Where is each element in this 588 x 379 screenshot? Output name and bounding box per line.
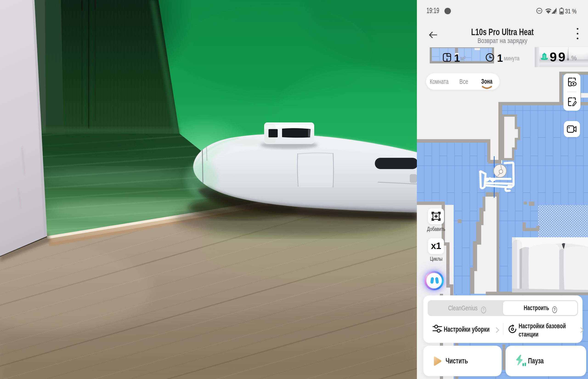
svg-text:31 %: 31 %: [565, 8, 576, 15]
